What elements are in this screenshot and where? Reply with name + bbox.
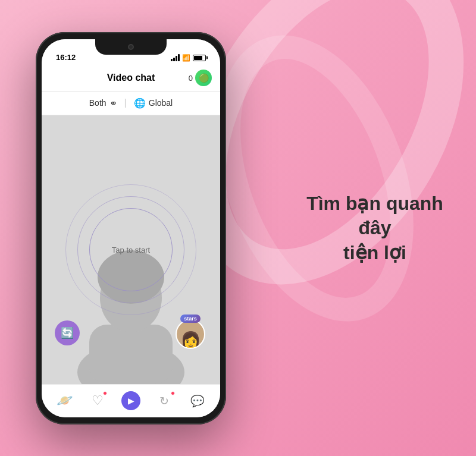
badge-count: 0 bbox=[189, 74, 193, 83]
user-avatar[interactable]: 👩 bbox=[176, 319, 205, 349]
nav-discover[interactable]: 🪐 bbox=[51, 388, 77, 414]
stars-avatar[interactable]: stars 👩 bbox=[174, 315, 207, 351]
stars-badge-label: stars bbox=[180, 315, 201, 323]
header-title: Video chat bbox=[107, 73, 155, 83]
gender-icon: ⚭ bbox=[109, 98, 117, 109]
discover-icon: 🪐 bbox=[57, 393, 73, 408]
likes-badge bbox=[103, 391, 107, 395]
nav-video[interactable]: ▶ bbox=[118, 388, 144, 414]
filter-bar: Both ⚭ | 🌐 Global bbox=[42, 92, 220, 115]
filter-global[interactable]: 🌐 Global bbox=[134, 98, 173, 109]
filter-action-icon: 🔄 bbox=[61, 326, 74, 339]
promo-heading: Tìm bạn quanh đây tiện lợi bbox=[298, 191, 452, 265]
nav-likes[interactable]: ♡ bbox=[84, 388, 111, 414]
front-camera bbox=[128, 44, 134, 50]
profile-icon: ↻ bbox=[159, 394, 169, 408]
filter-both-label: Both bbox=[89, 98, 107, 108]
main-content[interactable]: Tap to start 🔄 stars 👩 bbox=[42, 115, 220, 384]
tap-to-start-label[interactable]: Tap to start bbox=[112, 245, 150, 254]
filter-global-label: Global bbox=[149, 98, 173, 108]
app-header: Video chat 0 🟢 bbox=[42, 65, 220, 92]
nav-chat[interactable]: 💬 bbox=[184, 388, 211, 414]
filter-action-button[interactable]: 🔄 bbox=[55, 320, 80, 345]
chat-icon: 💬 bbox=[190, 394, 205, 408]
phone-notch bbox=[95, 39, 167, 55]
phone-frame: 16:12 📶 Video chat bbox=[36, 32, 226, 424]
phone-screen: 16:12 📶 Video chat bbox=[42, 39, 220, 417]
signal-icon bbox=[171, 54, 180, 61]
profile-badge bbox=[171, 391, 175, 395]
nav-profile[interactable]: ↻ bbox=[151, 388, 177, 414]
global-icon: 🌐 bbox=[134, 98, 146, 109]
header-badge[interactable]: 0 🟢 bbox=[189, 70, 212, 86]
bottom-nav: 🪐 ♡ ▶ ↻ 💬 bbox=[42, 384, 220, 417]
notification-icon[interactable]: 🟢 bbox=[195, 70, 212, 86]
battery-fill bbox=[194, 56, 202, 60]
filter-both[interactable]: Both ⚭ bbox=[89, 98, 117, 109]
video-active-bg: ▶ bbox=[121, 391, 140, 410]
status-icons: 📶 bbox=[171, 54, 206, 62]
svg-rect-1 bbox=[89, 325, 173, 384]
battery-icon bbox=[193, 55, 206, 61]
video-icon: ▶ bbox=[128, 396, 134, 405]
avatar-emoji: 👩 bbox=[180, 332, 201, 349]
status-time: 16:12 bbox=[56, 53, 76, 62]
likes-icon: ♡ bbox=[92, 393, 104, 408]
promo-text: Tìm bạn quanh đây tiện lợi bbox=[298, 191, 452, 265]
filter-divider: | bbox=[124, 98, 127, 108]
wifi-icon: 📶 bbox=[182, 54, 190, 62]
phone-mockup: 16:12 📶 Video chat bbox=[36, 32, 226, 424]
